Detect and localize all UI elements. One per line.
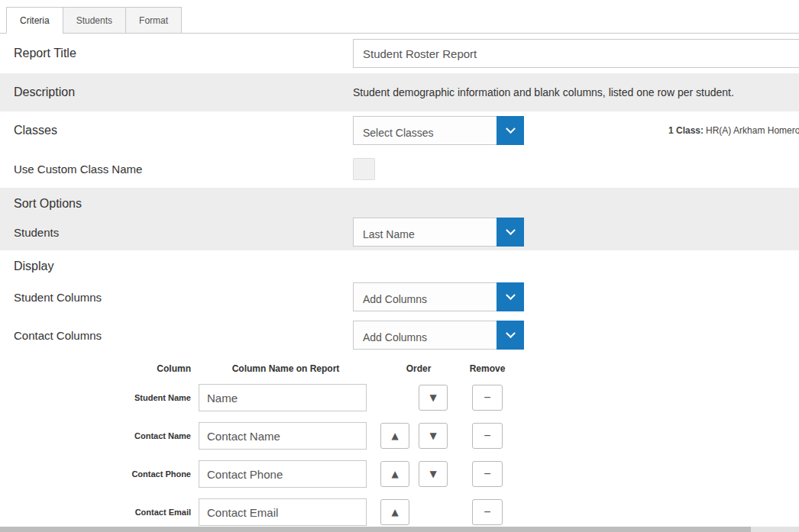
header-column: Column: [0, 363, 191, 374]
classes-dropdown-value: Select Classes: [353, 116, 497, 145]
row-column-label: Contact Phone: [0, 469, 191, 479]
column-name-input[interactable]: [199, 384, 367, 411]
remove-button[interactable]: −: [472, 461, 503, 487]
contact-columns-row: Contact Columns Add Columns: [0, 316, 799, 354]
columns-table: Column Column Name on Report Order Remov…: [0, 359, 799, 531]
sort-students-label: Students: [14, 226, 353, 239]
chevron-down-icon: [506, 124, 516, 134]
table-row: Student Name ▼ −: [0, 379, 799, 417]
table-row: Contact Name ▲ ▼ −: [0, 417, 799, 455]
student-columns-dropdown-value: Add Columns: [353, 282, 497, 311]
header-order: Order: [380, 363, 457, 374]
order-spacer: [419, 499, 448, 525]
sort-students-dropdown-value: Last Name: [353, 218, 497, 247]
sort-options-heading-row: Sort Options: [0, 188, 799, 214]
row-column-label: Contact Email: [0, 508, 191, 517]
display-heading: Display: [14, 260, 353, 273]
report-builder-page: Criteria Students Format Report Title De…: [0, 0, 799, 532]
classes-dropdown-button[interactable]: [497, 116, 524, 145]
move-down-icon: ▼: [429, 469, 436, 479]
header-name-on-report: Column Name on Report: [199, 363, 373, 374]
classes-summary-text: HR(A) Arkham Homeroom: [706, 125, 799, 136]
custom-class-name-label: Use Custom Class Name: [14, 163, 353, 176]
tab-format[interactable]: Format: [125, 7, 182, 34]
column-name-input[interactable]: [199, 460, 367, 488]
horizontal-scrollbar[interactable]: [0, 527, 799, 532]
classes-summary-count: 1 Class:: [668, 125, 704, 136]
contact-columns-dropdown-value: Add Columns: [353, 321, 497, 350]
move-down-button[interactable]: ▼: [419, 461, 448, 487]
description-row: Description Student demographic informat…: [0, 73, 799, 111]
move-up-icon: ▲: [391, 469, 398, 479]
table-row: Contact Email ▲ −: [0, 493, 799, 531]
sort-students-dropdown[interactable]: Last Name: [353, 218, 524, 247]
tab-criteria[interactable]: Criteria: [6, 7, 63, 34]
contact-columns-dropdown-button[interactable]: [497, 321, 524, 350]
move-up-icon: ▲: [391, 430, 398, 441]
remove-icon: −: [484, 429, 490, 443]
sort-options-band: Sort Options Students Last Name: [0, 188, 799, 250]
header-remove: Remove: [464, 363, 510, 374]
classes-row: Classes Select Classes 1 Class:HR(A) Ark…: [0, 111, 799, 150]
column-name-input[interactable]: [199, 422, 367, 450]
report-title-input[interactable]: [353, 39, 799, 68]
remove-button[interactable]: −: [472, 423, 503, 449]
chevron-down-icon: [506, 328, 516, 338]
sort-students-row: Students Last Name: [0, 214, 799, 250]
contact-columns-dropdown[interactable]: Add Columns: [353, 321, 524, 350]
order-spacer: [380, 385, 409, 411]
horizontal-scrollbar-thumb[interactable]: [0, 527, 751, 532]
student-columns-row: Student Columns Add Columns: [0, 278, 799, 316]
classes-label: Classes: [14, 124, 353, 137]
tab-students[interactable]: Students: [63, 7, 126, 34]
classes-dropdown[interactable]: Select Classes: [353, 116, 524, 145]
row-column-label: Contact Name: [0, 431, 191, 440]
tab-bar: Criteria Students Format: [0, 0, 799, 34]
contact-columns-label: Contact Columns: [14, 329, 353, 342]
move-up-button[interactable]: ▲: [380, 461, 409, 487]
remove-button[interactable]: −: [472, 499, 503, 525]
column-name-input[interactable]: [199, 498, 367, 526]
description-text: Student demographic information and blan…: [353, 86, 734, 98]
display-heading-row: Display: [0, 250, 799, 278]
move-up-icon: ▲: [391, 507, 398, 517]
classes-summary: 1 Class:HR(A) Arkham Homeroom: [668, 125, 799, 136]
row-column-label: Student Name: [0, 393, 191, 402]
move-down-icon: ▼: [429, 430, 436, 441]
student-columns-label: Student Columns: [14, 291, 353, 304]
sort-options-heading: Sort Options: [14, 197, 353, 211]
custom-class-name-row: Use Custom Class Name: [0, 150, 799, 188]
sort-students-dropdown-button[interactable]: [497, 218, 524, 247]
move-down-icon: ▼: [429, 392, 436, 403]
move-up-button[interactable]: ▲: [380, 499, 409, 525]
display-band: Display Student Columns Add Columns Cont…: [0, 250, 799, 531]
remove-icon: −: [484, 467, 490, 481]
student-columns-dropdown[interactable]: Add Columns: [353, 282, 524, 311]
description-label: Description: [14, 85, 353, 99]
remove-icon: −: [484, 391, 490, 405]
table-row: Contact Phone ▲ ▼ −: [0, 455, 799, 493]
move-down-button[interactable]: ▼: [419, 423, 448, 449]
columns-table-header: Column Column Name on Report Order Remov…: [0, 359, 799, 379]
custom-class-name-checkbox[interactable]: [353, 158, 375, 180]
move-down-button[interactable]: ▼: [419, 385, 448, 411]
report-title-row: Report Title: [0, 34, 799, 73]
chevron-down-icon: [506, 225, 516, 235]
report-title-label: Report Title: [14, 47, 353, 60]
move-up-button[interactable]: ▲: [380, 423, 409, 449]
remove-icon: −: [484, 505, 490, 519]
remove-button[interactable]: −: [472, 385, 503, 411]
student-columns-dropdown-button[interactable]: [497, 282, 524, 311]
chevron-down-icon: [506, 290, 516, 300]
